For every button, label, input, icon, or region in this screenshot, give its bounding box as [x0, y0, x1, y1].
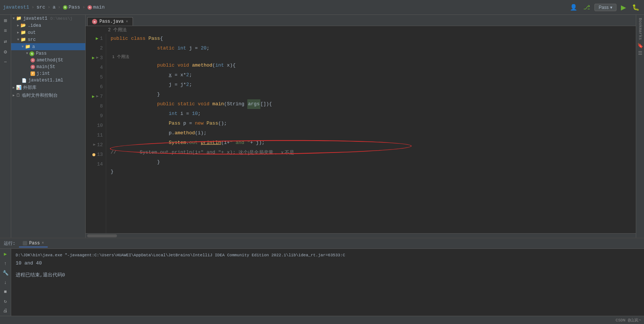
- tree-item-temp[interactable]: 🗒 临时文件和控制台: [11, 92, 85, 99]
- run-play-icon[interactable]: ▶: [3, 250, 8, 258]
- extlib-icon: 📊: [16, 85, 22, 90]
- tree-item-iml[interactable]: 📄 javatest1.iml: [11, 77, 85, 84]
- pass-class-icon: G: [63, 5, 67, 10]
- code-lines-content[interactable]: public class Pass{ static int j = 20; 1 …: [106, 34, 636, 233]
- editor-area: m Pass.java × 2 个用法 ▶ 1 2 ▶ ⊳ 3 4 5: [86, 15, 636, 238]
- user-icon[interactable]: 👤: [568, 3, 579, 12]
- structure-icon[interactable]: ≡: [1, 27, 10, 35]
- stop-icon[interactable]: ■: [3, 288, 8, 295]
- breadcrumb-item[interactable]: javatest1: [3, 4, 29, 10]
- code-line-8: int i = 10;: [111, 109, 631, 119]
- bottom-panel: 运行: Pass × ▶ ↑ 🔧 ↓ ■ ↻ 🖨 🗑 D:\JDK\bin\ja…: [0, 238, 644, 316]
- breadcrumb-item-src[interactable]: src: [37, 4, 45, 10]
- scroll-down-icon[interactable]: ↓: [3, 279, 8, 286]
- status-bar: CSDN @山岚~: [0, 316, 644, 324]
- console-command-line: D:\JDK\bin\java.exe "-javaagent:C:\Users…: [16, 251, 640, 259]
- code-line-14: }: [111, 167, 631, 177]
- bottom-tab-close[interactable]: ×: [42, 241, 44, 245]
- toolbar-right: 👤 ⎇ Pass ▾ ▶ 🐛: [568, 3, 641, 12]
- ln-3: ▶ ⊳ 3: [87, 53, 103, 63]
- tree-item-out[interactable]: 📁 out: [11, 29, 85, 36]
- tree-label-extlib: 外部库: [23, 84, 37, 91]
- settings-icon[interactable]: ⚙: [1, 48, 10, 56]
- ln-9: 9: [87, 111, 103, 121]
- idea-folder-icon: 📂: [20, 23, 26, 28]
- tree-item-root[interactable]: 📁 javatest1 D:\mess\j: [11, 15, 85, 22]
- run-gutter-3[interactable]: ▶: [92, 53, 95, 63]
- run-gutter-1[interactable]: ▶: [96, 34, 98, 44]
- tree-item-src[interactable]: 📁 src: [11, 36, 85, 43]
- tree-label-a: a: [32, 44, 35, 49]
- minimize-icon[interactable]: −: [1, 58, 10, 66]
- field-icon: f: [31, 71, 35, 76]
- bottom-sidebar-icons: ▶ ↑ 🔧 ↓ ■ ↻ 🖨 🗑: [0, 249, 11, 316]
- tree-item-jint[interactable]: f j:int: [11, 70, 85, 77]
- code-editor[interactable]: 2 个用法 ▶ 1 2 ▶ ⊳ 3 4 5 6 ▶ ⊳ 7 8 9 10 11: [86, 26, 636, 238]
- bookmark-list-icon[interactable]: ☰: [638, 50, 643, 56]
- bottom-tab-pass[interactable]: Pass ×: [19, 240, 48, 247]
- breadcrumb-pass[interactable]: G Pass: [63, 4, 80, 10]
- bookmarks-label[interactable]: Bookmarks: [638, 16, 643, 41]
- hint-line-1: 2 个用法: [86, 26, 636, 34]
- ln-13: 13: [87, 150, 103, 160]
- a-folder-icon: 📁: [25, 44, 31, 49]
- run-button[interactable]: ▶: [619, 3, 628, 12]
- tree-item-a[interactable]: 📁 a: [11, 43, 85, 50]
- tree-item-main[interactable]: m main(St: [11, 64, 85, 70]
- print-icon[interactable]: 🖨: [2, 307, 9, 314]
- horizontal-scrollbar[interactable]: [86, 233, 636, 238]
- pass-expand-icon: [26, 52, 28, 55]
- ln-10: 10: [87, 121, 103, 131]
- run-config-button[interactable]: Pass ▾: [594, 4, 616, 11]
- breakpoint-13[interactable]: [92, 153, 95, 156]
- pass-icon: G: [29, 51, 34, 56]
- ln-2: 2: [87, 44, 103, 53]
- tree-item-extlib[interactable]: 📊 外部库: [11, 84, 85, 92]
- breadcrumb-sep4: ›: [82, 4, 85, 10]
- tree-label-out: out: [28, 30, 36, 35]
- sidebar-icon-bar: ⊞ ≡ ⇄ ⚙ −: [0, 15, 11, 238]
- arrow-7: ⊳: [96, 92, 98, 102]
- breadcrumb-main[interactable]: m main: [88, 4, 105, 10]
- tree-item-pass[interactable]: G Pass: [11, 50, 85, 57]
- coverage-button[interactable]: 🐛: [631, 3, 641, 12]
- tree-label-javatest1: javatest1: [23, 16, 47, 21]
- project-tree: 📁 javatest1 D:\mess\j 📂 .idea 📁 out 📁 sr…: [11, 15, 86, 238]
- indent-icon[interactable]: ⇄: [1, 37, 10, 45]
- tree-label-iml: javatest1.iml: [28, 78, 63, 83]
- tab-java-icon: m: [92, 19, 97, 24]
- iml-icon: 📄: [22, 78, 27, 83]
- top-toolbar: javatest1 › src › a › G Pass › m main 👤 …: [0, 0, 644, 15]
- console-blank-line: [16, 267, 640, 271]
- bookmark-add-icon[interactable]: 🔖: [637, 43, 643, 49]
- scrollbar-thumb[interactable]: [87, 234, 117, 237]
- console-output-area: D:\JDK\bin\java.exe "-javaagent:C:\Users…: [11, 249, 644, 316]
- code-line-11: System.out println(i+" and "+ j);: [111, 138, 631, 148]
- ln-1: ▶ 1: [87, 34, 103, 44]
- breadcrumb-item-a[interactable]: a: [53, 4, 55, 10]
- scroll-up-icon[interactable]: ↑: [3, 260, 8, 267]
- tree-item-idea[interactable]: 📂 .idea: [11, 22, 85, 29]
- tree-label-pass: Pass: [36, 51, 47, 56]
- tree-label-idea: .idea: [28, 23, 41, 28]
- project-view-icon[interactable]: ⊞: [1, 16, 10, 25]
- idea-expand-icon: [17, 23, 19, 28]
- git-icon[interactable]: ⎇: [582, 3, 591, 12]
- run-gutter-7[interactable]: ▶: [92, 92, 95, 102]
- breadcrumb-sep3: ›: [58, 4, 61, 10]
- console-output-line1: 10 and 40: [16, 259, 640, 267]
- tree-item-amethod[interactable]: m amethod(St: [11, 57, 85, 64]
- ln-8: 8: [87, 102, 103, 111]
- ln-12: ⊳ 12: [87, 140, 103, 150]
- bookmarks-sidebar: Bookmarks 🔖 ☰: [636, 15, 644, 238]
- tab-close-button[interactable]: ×: [126, 20, 128, 24]
- code-line-7: public static void main(String args[]){: [111, 99, 631, 109]
- hint-line-2-inline: 1 个用法: [111, 53, 631, 61]
- code-line-9: Pass p = new Pass();: [111, 119, 631, 128]
- breadcrumb-sep1: ›: [31, 4, 34, 10]
- main-area: ⊞ ≡ ⇄ ⚙ − 📁 javatest1 D:\mess\j 📂 .idea …: [0, 15, 644, 238]
- wrench-icon[interactable]: 🔧: [2, 269, 9, 277]
- rerun-icon[interactable]: ↻: [3, 298, 8, 305]
- pass-java-tab[interactable]: m Pass.java ×: [87, 17, 133, 26]
- amethod-icon: m: [31, 58, 35, 62]
